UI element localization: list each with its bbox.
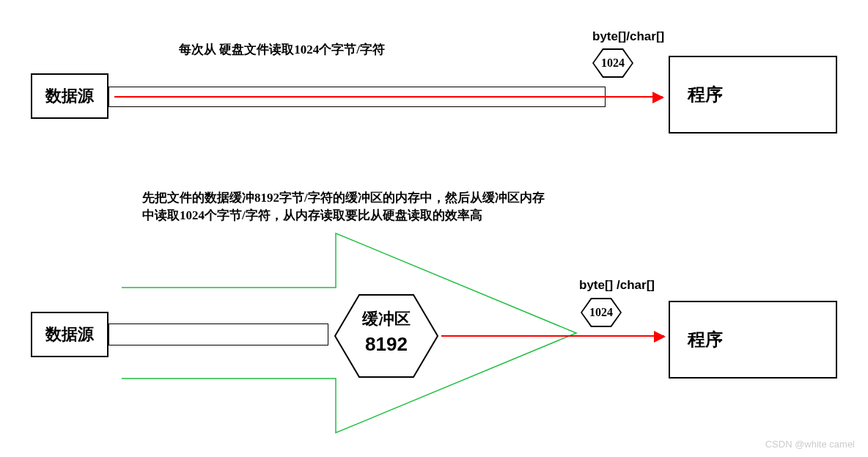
top-target-box: 程序 (669, 56, 837, 134)
top-caption: 每次从 硬盘文件读取1024个字节/字符 (179, 41, 385, 58)
bottom-caption-line2: 中读取1024个字节/字符，从内存读取要比从硬盘读取的效率高 (142, 207, 482, 224)
bottom-source-box: 数据源 (31, 312, 108, 357)
bottom-target-box: 程序 (669, 301, 837, 379)
watermark: CSDN @white camel (765, 439, 855, 450)
top-byte-label: byte[]/char[] (592, 29, 664, 44)
bottom-arrow (441, 335, 664, 337)
bottom-hex-1024: 1024 (581, 298, 622, 327)
bottom-caption-line1: 先把文件的数据缓冲8192字节/字符的缓冲区的内存中，然后从缓冲区内存 (142, 189, 545, 206)
bottom-channel (108, 323, 328, 346)
bottom-byte-label: byte[] /char[] (579, 278, 655, 293)
top-hex-1024: 1024 (592, 48, 633, 78)
buffer-label: 缓冲区 (332, 308, 441, 330)
buffer-size: 8192 (332, 333, 441, 356)
top-arrow (114, 96, 663, 98)
top-source-box: 数据源 (31, 73, 108, 119)
